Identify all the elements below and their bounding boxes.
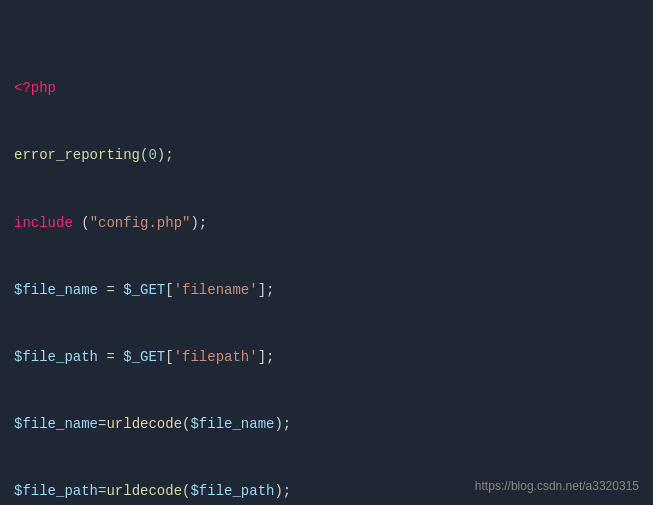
line-error-reporting: error_reporting(0); [14,144,639,166]
line-urldecode-name: $file_name=urldecode($file_name); [14,413,639,435]
code-editor: <?php error_reporting(0); include ("conf… [0,0,653,505]
line-php-tag: <?php [14,77,639,99]
line-file-path: $file_path = $_GET['filepath']; [14,346,639,368]
line-file-name: $file_name = $_GET['filename']; [14,279,639,301]
watermark: https://blog.csdn.net/a3320315 [475,479,639,493]
line-include: include ("config.php"); [14,212,639,234]
